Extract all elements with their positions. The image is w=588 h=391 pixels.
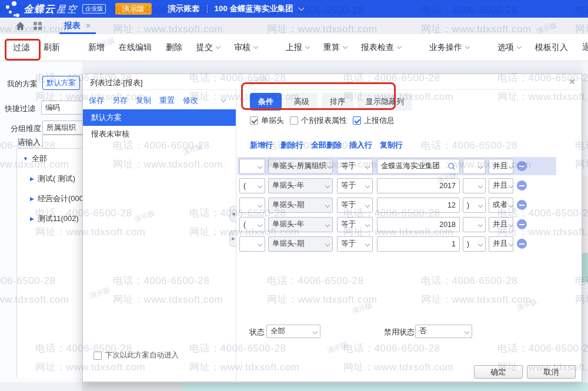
ok-button[interactable]: 确定 bbox=[474, 365, 523, 379]
tree-node-root[interactable]: ▼全部 bbox=[23, 153, 82, 164]
triangle-right-icon[interactable]: ▶ bbox=[30, 216, 34, 222]
field-select[interactable]: 单据头-所属组织 bbox=[268, 159, 333, 174]
triangle-right-icon[interactable]: ▶ bbox=[30, 196, 34, 202]
toolbar-button-options[interactable]: 选项 bbox=[497, 42, 521, 53]
toolbar-button-submit[interactable]: 提交 bbox=[196, 42, 220, 53]
remove-row-icon[interactable] bbox=[517, 239, 527, 249]
open-paren-select[interactable]: ( bbox=[239, 178, 265, 193]
open-paren-select[interactable]: ( bbox=[239, 217, 265, 232]
cancel-button[interactable]: 取消 bbox=[527, 365, 576, 379]
home-icon[interactable] bbox=[15, 21, 25, 31]
close-paren-select[interactable] bbox=[463, 159, 486, 174]
field-select[interactable]: 单据头-年 bbox=[268, 178, 333, 193]
bill-head-checkbox[interactable] bbox=[250, 116, 258, 125]
apps-grid-icon[interactable] bbox=[34, 22, 42, 30]
close-icon[interactable]: ✕ bbox=[569, 77, 576, 86]
operator-select[interactable]: 等于 bbox=[337, 159, 373, 174]
triangle-down-icon[interactable]: ▼ bbox=[23, 156, 28, 162]
action-save[interactable]: 保存 bbox=[89, 95, 104, 106]
open-paren-select[interactable] bbox=[239, 198, 265, 213]
chevron-down-icon[interactable] bbox=[298, 5, 304, 11]
search-icon[interactable] bbox=[447, 162, 456, 171]
toolbar-button-audit[interactable]: 审核 bbox=[234, 42, 258, 53]
operator-select[interactable]: 等于 bbox=[337, 178, 373, 193]
default-scheme-button[interactable]: 默认方案 bbox=[42, 76, 80, 90]
tree-node[interactable]: ▶测试( 测试) bbox=[30, 173, 82, 184]
delete-row-link[interactable]: 删除行 bbox=[280, 140, 303, 151]
filter-row[interactable]: 单据头-期 等于 12 ) 或者 bbox=[238, 196, 556, 214]
filter-row[interactable]: ( 单据头-年 等于 2017 并且 bbox=[238, 176, 556, 195]
close-paren-select[interactable]: ) bbox=[463, 236, 486, 252]
tree-node[interactable]: ▶测试11(002) bbox=[30, 213, 82, 224]
toolbar-button-delete[interactable]: 删除 bbox=[166, 42, 182, 53]
filter-row[interactable]: 单据头-期 等于 1 ) 并且 bbox=[238, 235, 556, 253]
field-select[interactable]: 单据头-期 bbox=[268, 198, 333, 213]
toolbar-button-report-check[interactable]: 报表检查 bbox=[361, 42, 401, 53]
logic-select[interactable]: 或者 bbox=[489, 198, 513, 213]
tab-report[interactable]: 报表 ✕ bbox=[59, 18, 96, 34]
auto-enter-checkbox[interactable] bbox=[93, 352, 102, 360]
action-save-as[interactable]: 另存 bbox=[112, 95, 128, 106]
toolbar-button-filter[interactable]: 过滤 bbox=[13, 42, 29, 53]
operator-select[interactable]: 等于 bbox=[337, 198, 373, 213]
remove-row-icon[interactable] bbox=[517, 219, 527, 229]
value-lookup-input[interactable]: 金蝶蓝海实业集团 bbox=[377, 159, 460, 174]
report-info-checkbox[interactable] bbox=[353, 116, 361, 125]
organization-selector[interactable]: 100 金蝶蓝海实业集团 bbox=[215, 4, 293, 14]
value-input[interactable]: 2018 bbox=[377, 217, 460, 232]
checkbox-report-info[interactable]: 上报信息 bbox=[353, 115, 395, 126]
remove-row-icon[interactable] bbox=[517, 200, 527, 210]
chevron-down-icon[interactable] bbox=[221, 98, 226, 102]
tab-sort[interactable]: 排序 bbox=[322, 93, 353, 111]
action-copy[interactable]: 复制 bbox=[136, 95, 151, 106]
triangle-right-icon[interactable]: ▶ bbox=[30, 176, 34, 182]
copy-row-link[interactable]: 复制行 bbox=[380, 140, 403, 151]
close-paren-select[interactable] bbox=[463, 217, 486, 232]
field-select[interactable]: 单据头-年 bbox=[268, 217, 333, 232]
logic-select[interactable]: 并且 bbox=[489, 178, 513, 193]
open-paren-select[interactable] bbox=[239, 236, 265, 252]
logic-select[interactable]: 并且 bbox=[489, 159, 513, 174]
logic-select[interactable]: 并且 bbox=[489, 236, 513, 252]
value-input[interactable]: 12 bbox=[377, 198, 460, 213]
tab-show-hide-columns[interactable]: 显示隐藏列 bbox=[358, 93, 412, 111]
close-paren-select[interactable]: ) bbox=[463, 198, 486, 213]
operator-select[interactable]: 等于 bbox=[337, 236, 373, 252]
disable-status-select[interactable]: 否 bbox=[415, 325, 472, 338]
toolbar-button-refresh[interactable]: 刷新 bbox=[44, 42, 60, 53]
individual-report-checkbox[interactable] bbox=[290, 116, 298, 125]
tab-advanced[interactable]: 高级 bbox=[286, 93, 318, 111]
operator-select[interactable]: 等于 bbox=[337, 217, 373, 232]
open-paren-select[interactable] bbox=[239, 159, 265, 174]
delete-all-link[interactable]: 全部删除 bbox=[311, 140, 342, 151]
insert-row-link[interactable]: 插入行 bbox=[349, 140, 372, 151]
checkbox-individual-report[interactable]: 个别报表属性 bbox=[290, 115, 347, 126]
filter-row[interactable]: 单据头-所属组织 等于 金蝶蓝海实业集团 并且 bbox=[238, 157, 556, 175]
logic-select[interactable]: 并且 bbox=[489, 217, 513, 232]
auto-enter-option[interactable]: 下次以此方案自动进入 bbox=[93, 350, 179, 360]
scheme-item-unaudited[interactable]: 报表未审核 bbox=[83, 126, 236, 142]
add-row-link[interactable]: 新增行 bbox=[250, 140, 273, 151]
value-input[interactable]: 2017 bbox=[377, 178, 460, 193]
remove-row-icon[interactable] bbox=[517, 161, 527, 171]
status-select[interactable]: 全部 bbox=[266, 325, 320, 338]
collapse-left-icon[interactable]: ◀ bbox=[229, 206, 237, 222]
demo-version-button[interactable]: 演示版 bbox=[115, 3, 152, 15]
checkbox-bill-head[interactable]: 单据头 bbox=[250, 115, 284, 126]
action-reset[interactable]: 重置 bbox=[159, 95, 175, 106]
filter-row[interactable]: ( 单据头-年 等于 2018 并且 bbox=[238, 215, 556, 233]
close-paren-select[interactable] bbox=[463, 178, 486, 193]
scheme-item-default[interactable]: 默认方案 bbox=[83, 109, 236, 126]
remove-row-icon[interactable] bbox=[517, 181, 527, 191]
toolbar-button-exit[interactable]: 退出 bbox=[582, 42, 588, 53]
field-select[interactable]: 单据头-期 bbox=[268, 236, 333, 252]
close-tab-icon[interactable]: ✕ bbox=[85, 22, 91, 30]
group-dimension-select[interactable]: 所属组织 bbox=[42, 121, 85, 135]
toolbar-button-recalculate[interactable]: 重算 bbox=[323, 42, 347, 53]
account-set-label[interactable]: 演示账套 bbox=[168, 4, 200, 14]
toolbar-button-report-up[interactable]: 上报 bbox=[286, 42, 309, 53]
collapse-right-icon[interactable]: ▶ bbox=[229, 230, 237, 247]
tree-node[interactable]: ▶经营会计(0001) bbox=[30, 193, 82, 204]
quick-filter-input[interactable]: 编码 bbox=[41, 101, 85, 115]
action-modify[interactable]: 修改 bbox=[183, 95, 198, 106]
